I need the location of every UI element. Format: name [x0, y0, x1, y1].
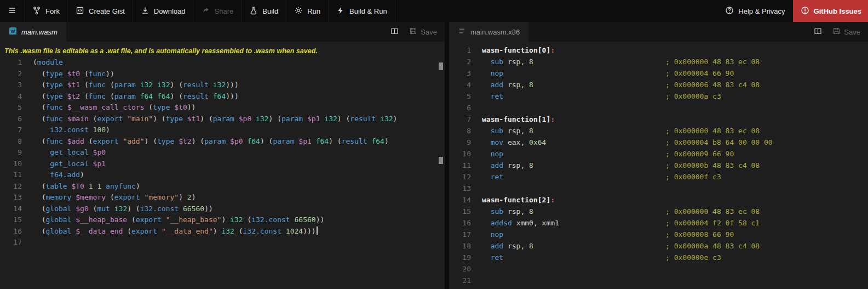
code-text: nop — [482, 148, 665, 160]
code-line: 6 — [449, 102, 868, 114]
share-label: Share — [215, 7, 234, 15]
code-text: (table $T0 1 1 anyfunc) — [33, 181, 140, 192]
code-text: (type $t2 (func (param f64 f64) (result … — [33, 91, 239, 103]
gear-icon — [294, 6, 303, 16]
asm-byte-comment: ; 0x000009 66 90 — [665, 148, 734, 160]
menu-button[interactable] — [0, 0, 25, 22]
run-button[interactable]: Run — [286, 0, 329, 22]
open-docs-button[interactable] — [813, 27, 823, 37]
line-number: 2 — [449, 56, 471, 67]
wat-editor[interactable]: This .wasm file is editable as a .wat fi… — [0, 42, 445, 289]
line-number: 13 — [0, 192, 22, 203]
x86-editor[interactable]: 1wasm-function[0]:2 sub rsp, 8; 0x000000… — [449, 42, 868, 289]
line-number: 4 — [0, 91, 22, 103]
code-line: 21 — [449, 275, 868, 286]
right-tab-actions: Save — [806, 22, 868, 42]
help-privacy-button[interactable]: Help & Privacy — [717, 0, 792, 22]
book-icon — [813, 27, 823, 37]
code-line: 4 add rsp, 8; 0x000006 48 83 c4 08 — [449, 79, 868, 90]
code-text: (global $__data_end (export "__data_end"… — [33, 226, 318, 237]
wat-editor-pane: W main.wasm Save — [0, 22, 445, 289]
line-number: 5 — [0, 102, 22, 114]
tab-main-wasm-x86[interactable]: main.wasm.x86 — [449, 22, 528, 42]
svg-text:W: W — [11, 28, 15, 33]
x86-code-area: 1wasm-function[0]:2 sub rsp, 8; 0x000000… — [449, 44, 868, 286]
code-text: (type $t0 (func)) — [33, 69, 114, 80]
code-line: 5 ret; 0x00000a c3 — [449, 90, 868, 102]
code-line: 3 nop; 0x000004 66 90 — [449, 67, 868, 79]
save-icon — [409, 27, 417, 37]
left-tab-actions: Save — [382, 22, 445, 42]
code-text — [482, 183, 665, 194]
text-cursor — [317, 226, 318, 235]
line-number: 10 — [449, 148, 471, 160]
asm-byte-comment: ; 0x000006 48 83 c4 08 — [665, 79, 760, 90]
build-and-run-label: Build & Run — [349, 7, 387, 15]
save-button[interactable]: Save — [409, 27, 437, 37]
line-number: 2 — [0, 69, 22, 80]
code-text: nop — [482, 229, 665, 240]
download-button[interactable]: Download — [133, 0, 194, 22]
code-line: 5 (func $__wasm_call_ctors (type $t0)) — [0, 102, 445, 114]
code-line: 13 — [449, 183, 868, 194]
code-line: 11 f64.add) — [0, 169, 445, 181]
build-and-run-button[interactable]: Build & Run — [329, 0, 395, 22]
code-text: (module — [33, 57, 63, 69]
code-line: 10 nop; 0x000009 66 90 — [449, 148, 868, 160]
line-number: 1 — [0, 57, 22, 69]
tab-label: main.wasm — [21, 28, 58, 36]
code-text: add rsp, 8 — [482, 79, 665, 90]
line-number: 16 — [0, 226, 22, 237]
download-icon — [141, 6, 150, 16]
code-line: 9 mov eax, 0x64; 0x000004 b8 64 00 00 00 — [449, 137, 868, 148]
line-number: 7 — [0, 124, 22, 136]
line-number: 8 — [0, 136, 22, 148]
fork-button[interactable]: Fork — [25, 0, 68, 22]
line-number: 17 — [0, 237, 22, 248]
save-label: Save — [421, 28, 437, 36]
code-line: 14 (global $g0 (mut i32) (i32.const 6656… — [0, 203, 445, 215]
line-number: 20 — [449, 263, 471, 275]
left-tabbar: W main.wasm Save — [0, 22, 445, 42]
code-text: ret — [482, 252, 665, 263]
code-text: addsd xmm0, xmm1 — [482, 217, 665, 229]
asm-byte-comment: ; 0x000000 48 83 ec 08 — [665, 56, 760, 67]
code-line: 17 — [0, 237, 445, 248]
wasm-file-icon: W — [9, 27, 17, 37]
line-number: 13 — [449, 183, 471, 194]
code-line: 3 (type $t1 (func (param i32 i32) (resul… — [0, 80, 445, 91]
build-button[interactable]: Build — [242, 0, 286, 22]
toolbar-right-group: Help & Privacy GitHub Issues — [717, 0, 868, 22]
create-gist-button[interactable]: Create Gist — [68, 0, 133, 22]
share-button[interactable]: Share — [194, 0, 242, 22]
github-issues-label: GitHub Issues — [814, 7, 861, 15]
code-text: (global $g0 (mut i32) (i32.const 66560)) — [33, 203, 213, 215]
create-gist-label: Create Gist — [89, 7, 125, 15]
line-number: 4 — [449, 79, 471, 90]
code-line: 15 sub rsp, 8; 0x000000 48 83 ec 08 — [449, 206, 868, 217]
open-docs-button[interactable] — [390, 27, 399, 37]
line-number: 5 — [449, 90, 471, 102]
left-scrollbar[interactable] — [438, 42, 445, 289]
build-run-icon — [336, 6, 345, 16]
code-text: i32.const 100) — [33, 124, 110, 136]
wat-edit-notice: This .wasm file is editable as a .wat fi… — [0, 44, 445, 57]
line-number: 11 — [0, 169, 22, 181]
line-number: 7 — [449, 114, 471, 125]
help-icon — [725, 6, 734, 16]
line-number: 10 — [0, 158, 22, 170]
line-number: 14 — [0, 203, 22, 215]
code-text: wasm-function[1]: — [482, 114, 665, 125]
asm-byte-comment: ; 0x00000b 48 83 c4 08 — [665, 160, 760, 171]
share-icon — [202, 6, 210, 16]
tab-main-wasm[interactable]: W main.wasm — [0, 22, 66, 42]
code-line: 13 (memory $memory (export "memory") 2) — [0, 192, 445, 203]
code-line: 20 — [449, 263, 868, 275]
github-issues-button[interactable]: GitHub Issues — [793, 0, 868, 22]
code-line: 10 get_local $p1 — [0, 158, 445, 170]
gist-icon — [76, 6, 84, 16]
code-text: (global $__heap_base (export "__heap_bas… — [33, 214, 324, 226]
line-number: 12 — [0, 181, 22, 192]
pane-divider[interactable] — [445, 22, 449, 289]
save-button[interactable]: Save — [832, 27, 860, 37]
